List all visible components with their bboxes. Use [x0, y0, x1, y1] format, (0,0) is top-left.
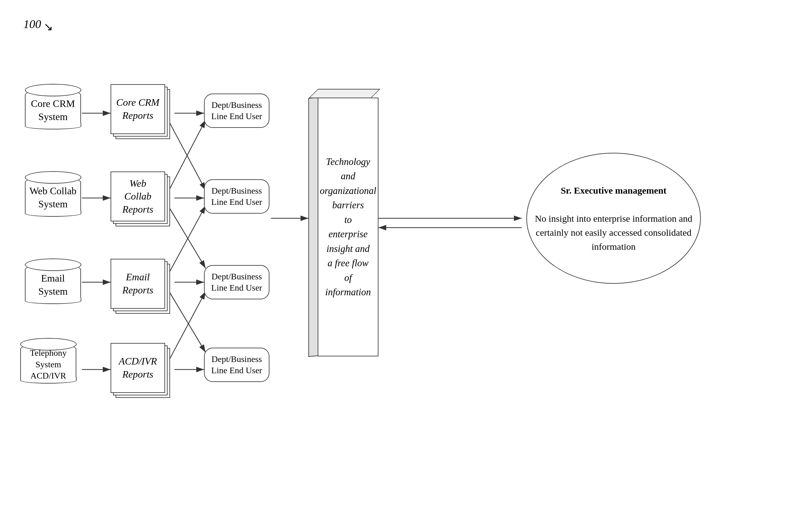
email-system-label: EmailSystem [38, 269, 67, 298]
email-reports-label: EmailReports [122, 271, 153, 297]
crm-system: Core CRMSystem [25, 89, 81, 129]
svg-line-13 [168, 290, 206, 352]
figure-arrow: ↘ [44, 20, 53, 33]
barrier-box: Technologyandorganizationalbarrierstoent… [308, 89, 380, 348]
diagram-container: 100 ↘ [0, 0, 812, 512]
webcollab-reports-label: WebCollabReports [122, 177, 153, 216]
figure-number: 100 [23, 17, 41, 31]
svg-line-9 [168, 120, 206, 190]
enduser-4-label: Dept/BusinessLine End User [211, 354, 262, 376]
svg-line-10 [168, 120, 206, 192]
crm-reports-label: Core CRMReports [116, 96, 159, 122]
enduser-1: Dept/BusinessLine End User [204, 93, 269, 128]
acdivr-reports-label: ACD/IVRReports [119, 355, 157, 381]
enduser-3: Dept/BusinessLine End User [204, 265, 269, 299]
webcollab-reports: WebCollabReports [111, 171, 173, 227]
svg-line-14 [168, 292, 206, 362]
crm-reports: Core CRMReports [111, 84, 173, 140]
webcollab-system-label: Web CollabSystem [29, 182, 76, 211]
enduser-2: Dept/BusinessLine End User [204, 179, 269, 214]
exec-ellipse: Sr. Executive management No insight into… [526, 153, 701, 284]
enduser-3-label: Dept/BusinessLine End User [211, 271, 262, 294]
exec-label: Sr. Executive management No insight into… [527, 177, 700, 260]
acdivr-reports: ACD/IVRReports [111, 343, 173, 399]
svg-line-11 [168, 206, 206, 268]
telephony-system-label: TelephonySystemACD/IVR [30, 345, 67, 381]
email-system: EmailSystem [25, 264, 81, 304]
svg-line-12 [168, 206, 206, 274]
webcollab-system: Web CollabSystem [25, 176, 81, 217]
crm-system-label: Core CRMSystem [31, 95, 75, 123]
barrier-label: Technologyandorganizationalbarrierstoent… [317, 152, 379, 303]
enduser-1-label: Dept/BusinessLine End User [211, 100, 262, 122]
enduser-2-label: Dept/BusinessLine End User [211, 185, 262, 208]
enduser-4: Dept/BusinessLine End User [204, 348, 269, 382]
email-reports: EmailReports [111, 259, 173, 315]
telephony-system: TelephonySystemACD/IVR [20, 343, 76, 383]
